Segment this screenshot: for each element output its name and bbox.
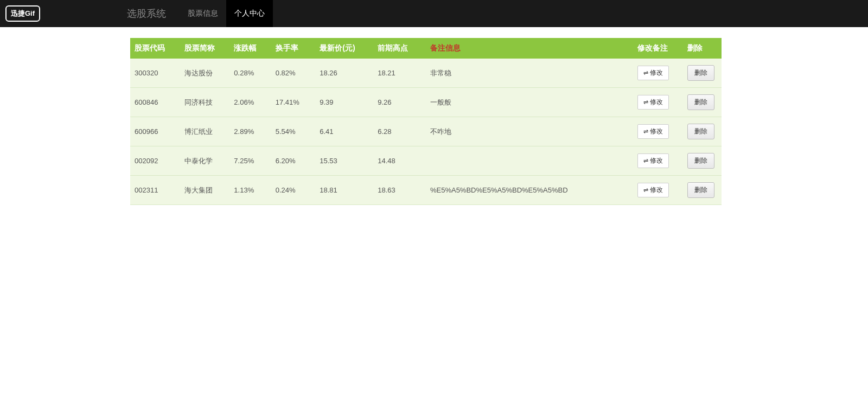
- header-turnover: 换手率: [271, 38, 315, 59]
- cell-name: 海大集团: [180, 176, 230, 205]
- cell-remark: 不咋地: [426, 117, 633, 146]
- navbar: 迅捷Gif 选股系统 股票信息 个人中心: [0, 0, 868, 27]
- cell-change: 2.89%: [229, 117, 271, 146]
- nav-item-stock-info[interactable]: 股票信息: [180, 0, 226, 27]
- cell-turnover: 17.41%: [271, 88, 315, 117]
- delete-button[interactable]: 删除: [687, 124, 714, 139]
- cell-high: 18.21: [373, 59, 426, 88]
- edit-button[interactable]: 修改: [637, 183, 669, 197]
- table-row: 600966 博汇纸业 2.89% 5.54% 6.41 6.28 不咋地 修改…: [130, 117, 722, 146]
- nav-brand[interactable]: 选股系统: [127, 7, 166, 20]
- cell-delete: 删除: [683, 88, 722, 117]
- cell-price: 15.53: [315, 146, 373, 176]
- edit-button[interactable]: 修改: [637, 95, 669, 110]
- cell-remark: %E5%A5%BD%E5%A5%BD%E5%A5%BD: [426, 176, 633, 205]
- header-high: 前期高点: [373, 38, 426, 59]
- cell-edit: 修改: [633, 176, 683, 205]
- table-row: 002092 中泰化学 7.25% 6.20% 15.53 14.48 修改 删…: [130, 146, 722, 176]
- cell-remark: [426, 146, 633, 176]
- table-row: 300320 海达股份 0.28% 0.82% 18.26 18.21 非常稳 …: [130, 59, 722, 88]
- delete-button[interactable]: 删除: [687, 153, 714, 169]
- cell-change: 7.25%: [229, 146, 271, 176]
- header-name: 股票简称: [180, 38, 230, 59]
- cell-price: 9.39: [315, 88, 373, 117]
- cell-turnover: 6.20%: [271, 146, 315, 176]
- stock-table: 股票代码 股票简称 涨跌幅 换手率 最新价(元) 前期高点 备注信息 修改备注 …: [130, 38, 722, 205]
- header-code: 股票代码: [130, 38, 180, 59]
- cell-name: 博汇纸业: [180, 117, 230, 146]
- cell-edit: 修改: [633, 117, 683, 146]
- cell-turnover: 0.82%: [271, 59, 315, 88]
- table-row: 002311 海大集团 1.13% 0.24% 18.81 18.63 %E5%…: [130, 176, 722, 205]
- cell-code: 600966: [130, 117, 180, 146]
- cell-price: 18.26: [315, 59, 373, 88]
- cell-code: 300320: [130, 59, 180, 88]
- cell-price: 6.41: [315, 117, 373, 146]
- cell-change: 2.06%: [229, 88, 271, 117]
- cell-change: 1.13%: [229, 176, 271, 205]
- cell-price: 18.81: [315, 176, 373, 205]
- cell-name: 同济科技: [180, 88, 230, 117]
- logo-badge: 迅捷Gif: [5, 5, 40, 22]
- cell-high: 14.48: [373, 146, 426, 176]
- cell-name: 中泰化学: [180, 146, 230, 176]
- cell-code: 600846: [130, 88, 180, 117]
- cell-code: 002092: [130, 146, 180, 176]
- edit-button[interactable]: 修改: [637, 124, 669, 139]
- edit-button[interactable]: 修改: [637, 66, 669, 80]
- edit-button[interactable]: 修改: [637, 153, 669, 168]
- table-header-row: 股票代码 股票简称 涨跌幅 换手率 最新价(元) 前期高点 备注信息 修改备注 …: [130, 38, 722, 59]
- cell-turnover: 5.54%: [271, 117, 315, 146]
- cell-delete: 删除: [683, 117, 722, 146]
- cell-high: 9.26: [373, 88, 426, 117]
- cell-high: 6.28: [373, 117, 426, 146]
- header-delete: 删除: [683, 38, 722, 59]
- cell-turnover: 0.24%: [271, 176, 315, 205]
- cell-delete: 删除: [683, 146, 722, 176]
- cell-remark: 一般般: [426, 88, 633, 117]
- cell-delete: 删除: [683, 176, 722, 205]
- header-remark: 备注信息: [426, 38, 633, 59]
- delete-button[interactable]: 删除: [687, 65, 714, 81]
- delete-button[interactable]: 删除: [687, 94, 714, 110]
- header-edit: 修改备注: [633, 38, 683, 59]
- cell-delete: 删除: [683, 59, 722, 88]
- header-change: 涨跌幅: [229, 38, 271, 59]
- nav-item-personal-center[interactable]: 个人中心: [226, 0, 273, 27]
- cell-remark: 非常稳: [426, 59, 633, 88]
- header-price: 最新价(元): [315, 38, 373, 59]
- cell-edit: 修改: [633, 59, 683, 88]
- main-container: 股票代码 股票简称 涨跌幅 换手率 最新价(元) 前期高点 备注信息 修改备注 …: [130, 38, 722, 205]
- cell-edit: 修改: [633, 88, 683, 117]
- table-row: 600846 同济科技 2.06% 17.41% 9.39 9.26 一般般 修…: [130, 88, 722, 117]
- cell-high: 18.63: [373, 176, 426, 205]
- cell-code: 002311: [130, 176, 180, 205]
- cell-name: 海达股份: [180, 59, 230, 88]
- cell-change: 0.28%: [229, 59, 271, 88]
- cell-edit: 修改: [633, 146, 683, 176]
- delete-button[interactable]: 删除: [687, 182, 714, 198]
